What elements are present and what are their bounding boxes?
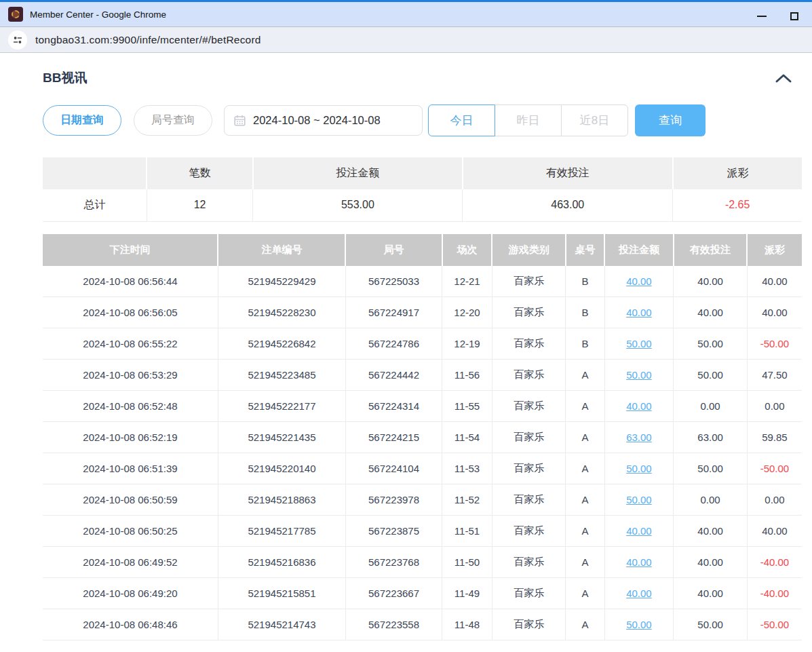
round-id-cell: 567224104 bbox=[345, 453, 442, 484]
bet-amount-cell: 40.00 bbox=[604, 547, 674, 578]
bet-amount-cell: 40.00 bbox=[604, 578, 674, 609]
table-row: 2024-10-08 06:49:52521945216836567223768… bbox=[43, 547, 802, 578]
game-type-cell: 百家乐 bbox=[492, 422, 566, 453]
address-bar: tongbao31.com:9900/infe/mcenter/#/betRec… bbox=[0, 27, 812, 53]
payout-cell: 0.00 bbox=[747, 391, 802, 422]
game-type-cell: 百家乐 bbox=[492, 453, 566, 484]
summary-header-bet-amount: 投注金额 bbox=[253, 157, 463, 189]
bet-amount-link[interactable]: 40.00 bbox=[626, 525, 652, 537]
valid-bet-cell: 50.00 bbox=[674, 328, 748, 360]
bet-time-cell: 2024-10-08 06:56:05 bbox=[43, 297, 218, 328]
minimize-button[interactable] bbox=[746, 4, 778, 28]
summary-header-blank bbox=[43, 157, 147, 189]
valid-bet-cell: 40.00 bbox=[674, 547, 748, 578]
casino-chip-icon bbox=[8, 7, 23, 22]
bet-amount-cell: 50.00 bbox=[604, 328, 674, 360]
payout-cell: -50.00 bbox=[747, 453, 802, 484]
round-id-cell: 567224215 bbox=[345, 422, 442, 453]
round-id-cell: 567223558 bbox=[345, 609, 442, 640]
window-titlebar: Member Center - Google Chrome bbox=[0, 0, 812, 27]
maximize-button[interactable] bbox=[778, 4, 811, 28]
bet-id-cell: 521945226842 bbox=[218, 328, 345, 360]
valid-bet-cell: 50.00 bbox=[674, 453, 748, 484]
bet-amount-link[interactable]: 50.00 bbox=[626, 463, 652, 474]
bet-time-cell: 2024-10-08 06:52:19 bbox=[43, 422, 218, 453]
bet-amount-link[interactable]: 63.00 bbox=[626, 432, 652, 443]
bet-amount-cell: 40.00 bbox=[604, 297, 674, 328]
table-row: 2024-10-08 06:49:20521945215851567223667… bbox=[43, 578, 802, 609]
bet-amount-cell: 50.00 bbox=[604, 609, 674, 640]
session-cell: 11-48 bbox=[442, 609, 492, 640]
session-cell: 12-21 bbox=[442, 266, 492, 297]
collapse-section-button[interactable] bbox=[775, 73, 792, 83]
bet-amount-link[interactable]: 40.00 bbox=[626, 556, 652, 568]
table-row: 2024-10-08 06:56:05521945228230567224917… bbox=[43, 297, 802, 328]
session-cell: 11-56 bbox=[442, 360, 492, 391]
table-code-cell: B bbox=[566, 328, 604, 360]
url-text[interactable]: tongbao31.com:9900/infe/mcenter/#/betRec… bbox=[35, 34, 261, 46]
round-query-tab[interactable]: 局号查询 bbox=[134, 105, 212, 136]
session-cell: 11-54 bbox=[442, 422, 492, 453]
bet-time-cell: 2024-10-08 06:55:22 bbox=[43, 328, 218, 360]
table-row: 2024-10-08 06:52:48521945222177567224314… bbox=[43, 391, 802, 422]
header-bet-amount: 投注金额 bbox=[604, 234, 674, 266]
header-table-code: 桌号 bbox=[566, 234, 604, 266]
table-code-cell: A bbox=[566, 516, 604, 547]
bet-amount-link[interactable]: 40.00 bbox=[626, 400, 652, 412]
bet-id-cell: 521945229429 bbox=[218, 266, 345, 297]
bet-amount-link[interactable]: 50.00 bbox=[626, 369, 652, 381]
game-type-cell: 百家乐 bbox=[492, 547, 566, 578]
bet-amount-link[interactable]: 50.00 bbox=[626, 338, 652, 349]
date-range-picker[interactable]: 2024-10-08 ~ 2024-10-08 bbox=[224, 105, 423, 136]
chevron-up-icon bbox=[775, 73, 792, 83]
summary-total-label: 总计 bbox=[43, 189, 147, 221]
table-code-cell: A bbox=[566, 484, 604, 516]
bet-record-page: BB视讯 日期查询 局号查询 2024-10-08 ~ 2024-10-08 bbox=[0, 69, 812, 640]
bet-amount-link[interactable]: 40.00 bbox=[626, 588, 652, 599]
search-button[interactable]: 查询 bbox=[635, 104, 705, 136]
table-row: 2024-10-08 06:50:25521945217785567223875… bbox=[43, 516, 802, 547]
table-code-cell: A bbox=[566, 422, 604, 453]
bet-amount-link[interactable]: 40.00 bbox=[626, 307, 652, 318]
bet-amount-link[interactable]: 40.00 bbox=[626, 275, 652, 287]
bet-amount-link[interactable]: 50.00 bbox=[626, 619, 652, 630]
round-id-cell: 567224917 bbox=[345, 297, 442, 328]
header-bet-id: 注单编号 bbox=[218, 234, 345, 266]
valid-bet-cell: 50.00 bbox=[674, 609, 748, 640]
session-cell: 12-19 bbox=[442, 328, 492, 360]
valid-bet-cell: 40.00 bbox=[674, 578, 748, 609]
summary-total-row: 总计 12 553.00 463.00 -2.65 bbox=[43, 189, 802, 221]
valid-bet-cell: 40.00 bbox=[674, 266, 748, 297]
bet-amount-cell: 40.00 bbox=[604, 516, 674, 547]
valid-bet-cell: 40.00 bbox=[674, 516, 748, 547]
tune-icon[interactable] bbox=[8, 31, 27, 50]
date-query-tab[interactable]: 日期查询 bbox=[43, 105, 121, 136]
table-row: 2024-10-08 06:50:59521945218863567223978… bbox=[43, 484, 802, 516]
session-cell: 11-50 bbox=[442, 547, 492, 578]
quick-range-last8days[interactable]: 近8日 bbox=[561, 104, 628, 136]
bet-time-cell: 2024-10-08 06:49:20 bbox=[43, 578, 218, 609]
calendar-icon bbox=[234, 115, 246, 126]
bet-amount-cell: 50.00 bbox=[604, 453, 674, 484]
bet-amount-link[interactable]: 50.00 bbox=[626, 494, 652, 505]
bet-id-cell: 521945217785 bbox=[218, 516, 345, 547]
payout-cell: 40.00 bbox=[747, 266, 802, 297]
table-code-cell: A bbox=[566, 391, 604, 422]
bet-time-cell: 2024-10-08 06:50:59 bbox=[43, 484, 218, 516]
bet-id-cell: 521945223485 bbox=[218, 360, 345, 391]
maximize-icon bbox=[790, 12, 798, 20]
bet-id-cell: 521945218863 bbox=[218, 484, 345, 516]
table-row: 2024-10-08 06:56:44521945229429567225033… bbox=[43, 266, 802, 297]
payout-cell: 0.00 bbox=[747, 484, 802, 516]
table-code-cell: A bbox=[566, 547, 604, 578]
quick-range-today[interactable]: 今日 bbox=[428, 104, 495, 136]
bet-time-cell: 2024-10-08 06:56:44 bbox=[43, 266, 218, 297]
table-code-cell: B bbox=[566, 297, 604, 328]
game-type-cell: 百家乐 bbox=[492, 609, 566, 640]
quick-range-yesterday[interactable]: 昨日 bbox=[495, 104, 562, 136]
game-type-cell: 百家乐 bbox=[492, 391, 566, 422]
minimize-icon bbox=[757, 16, 767, 17]
game-type-cell: 百家乐 bbox=[492, 484, 566, 516]
quick-range-group: 今日 昨日 近8日 bbox=[428, 104, 628, 136]
header-session: 场次 bbox=[442, 234, 492, 266]
